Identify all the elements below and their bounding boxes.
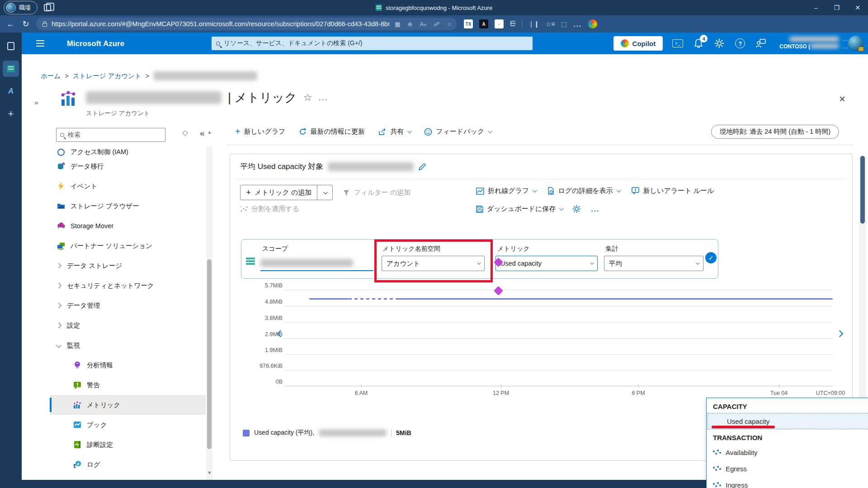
read-aloud-icon[interactable]: A» — [420, 21, 426, 28]
profile-sync-icon[interactable]: ☍ — [434, 21, 439, 28]
breadcrumb-resource-redacted[interactable] — [153, 71, 257, 80]
extension-tx-icon[interactable]: TX — [464, 19, 473, 28]
close-blade-button[interactable]: × — [839, 93, 845, 105]
sidebar-group-security-networking[interactable]: セキュリティとネットワーク — [50, 276, 206, 296]
azure-a-tab-icon[interactable]: A — [3, 83, 19, 99]
sidebar-item-partner-solutions[interactable]: パートナー ソリューション — [50, 236, 206, 256]
zoom-icon[interactable]: ⊕ — [408, 21, 413, 28]
sidebar-item-alerts[interactable]: 警告 — [50, 375, 206, 395]
sidebar-item-logs[interactable]: ログ — [50, 455, 206, 474]
sidebar-group-monitoring-classic[interactable]: 監視 (クラシック) — [50, 474, 206, 480]
sidebar-item-storage-browser[interactable]: ストレージ ブラウザー — [50, 196, 206, 216]
scope-value[interactable] — [260, 256, 373, 271]
sidebar-item-insights[interactable]: 分析情報 — [50, 355, 206, 375]
plot-area[interactable] — [284, 286, 833, 386]
account-info[interactable]: ... CONTOSO ( ... — [779, 37, 839, 50]
view-logs-button[interactable]: ログの詳細を表示 — [547, 187, 619, 195]
split-window-icon[interactable]: ❘❙ — [528, 20, 539, 28]
dropdown-item-availability[interactable]: Availability — [707, 444, 868, 460]
chart-settings-gear-icon[interactable] — [572, 205, 581, 213]
favorite-star-button[interactable]: ☆ — [303, 92, 312, 103]
menu-scroll-up[interactable]: ▲ — [207, 129, 212, 135]
sidebar-item-storage-mover[interactable]: Storage Mover — [50, 216, 206, 236]
new-chart-button[interactable]: +新しいグラフ — [235, 127, 285, 137]
close-button[interactable]: ✕ — [847, 0, 868, 15]
sidebar-item-diagnostic-settings[interactable]: 診断設定 — [50, 435, 206, 455]
address-bar[interactable]: https://portal.azure.com/#@MngEnvMCAP073… — [36, 18, 457, 30]
add-metric-dropdown-arrow[interactable] — [317, 185, 332, 200]
active-tab-storage-icon[interactable] — [3, 61, 19, 77]
sidebar-group-settings[interactable]: 設定 — [50, 315, 206, 335]
extension-a-icon[interactable]: A — [479, 19, 488, 28]
menu-search-input[interactable]: 検索 — [56, 128, 165, 142]
refresh-button-blade[interactable]: 最新の情報に更新 — [299, 127, 365, 136]
extension-jump-icon[interactable]: ▫ — [495, 19, 504, 28]
edge-copilot-icon[interactable] — [588, 19, 597, 28]
settings-gear-icon[interactable] — [713, 38, 725, 49]
favorites-bar-icon[interactable]: ☆≡ — [546, 20, 555, 28]
chart-scroll-right-icon[interactable] — [836, 330, 844, 338]
metrics-chart[interactable]: 5.7MiB 4.8MiB 3.8MiB 2.9MiB 1.9MiB 976.6… — [230, 286, 845, 399]
capture-icon[interactable]: ⬚ — [561, 20, 567, 28]
extension-braces-icon[interactable]: ᙦ — [510, 20, 515, 28]
sidebar-group-monitoring[interactable]: 監視 — [50, 335, 206, 355]
more-menu-icon[interactable]: ... — [574, 20, 582, 28]
breadcrumb-storage-accounts[interactable]: ストレージ アカウント — [73, 72, 142, 80]
hamburger-menu-icon[interactable] — [36, 43, 44, 44]
metric-dropdown[interactable]: Used capacity — [495, 256, 598, 271]
sidebar-item-access-control[interactable]: アクセス制御 (IAM) — [50, 146, 206, 156]
menu-scrollbar-thumb[interactable] — [207, 259, 212, 449]
feedback-button[interactable]: フィードバック — [424, 127, 491, 136]
menu-pin-icon[interactable] — [182, 130, 188, 136]
menu-scrollbar[interactable] — [206, 146, 212, 480]
aggregation-dropdown[interactable]: 平均 — [604, 256, 703, 271]
notifications-bell-icon[interactable]: 4 — [693, 38, 704, 49]
vertical-tabs-icon[interactable] — [44, 4, 51, 11]
tenant-more-dots[interactable]: ... — [842, 43, 848, 50]
minimize-button[interactable]: – — [806, 0, 826, 15]
copilot-button[interactable]: Copilot — [613, 36, 663, 51]
tab-preview-icon[interactable] — [3, 38, 19, 54]
save-disk-icon — [476, 206, 483, 213]
add-metric-split-button[interactable]: +メトリック の追加 — [240, 185, 333, 200]
sidebar-item-workbooks[interactable]: ブック — [50, 415, 206, 435]
sidebar-item-metrics[interactable]: メトリック — [50, 395, 206, 415]
dropdown-item-ingress[interactable]: Ingress — [707, 477, 868, 488]
account-more-dots[interactable]: ... — [842, 36, 848, 42]
page-scrollbar-thumb[interactable] — [860, 156, 865, 224]
back-button[interactable]: ← — [3, 19, 18, 29]
feedback-person-icon[interactable] — [755, 38, 767, 49]
azure-brand[interactable]: Microsoft Azure — [67, 39, 124, 48]
user-avatar[interactable] — [848, 36, 863, 51]
new-alert-rule-button[interactable]: 新しいアラート ルール — [632, 187, 714, 195]
help-icon[interactable]: ? — [734, 38, 746, 49]
favorite-star-icon[interactable]: ☆ — [447, 21, 452, 28]
global-search-input[interactable]: リソース、サービス、ドキュメントの検索 (G+/) — [212, 37, 533, 50]
menu-scroll-down[interactable]: ▼ — [207, 470, 212, 475]
panel-expander[interactable]: » — [34, 99, 37, 106]
split-screen-icon[interactable]: ▦ — [395, 21, 400, 28]
sidebar-group-data-management[interactable]: データ管理 — [50, 296, 206, 315]
sidebar-item-events[interactable]: イベント — [50, 176, 206, 196]
new-tab-button[interactable]: + — [3, 106, 19, 122]
time-range-picker[interactable]: 現地時刻: 過去 24 時間 (自動 - 1 時間) — [711, 125, 839, 139]
share-button[interactable]: 共有 — [378, 127, 410, 136]
menu-collapse-button[interactable]: « — [200, 128, 205, 138]
sidebar-group-data-storage[interactable]: データ ストレージ — [50, 256, 206, 276]
dropdown-item-egress[interactable]: Egress — [707, 460, 868, 477]
chart-type-button[interactable]: 折れ線グラフ — [476, 187, 536, 195]
edit-pencil-icon[interactable] — [418, 163, 426, 171]
chart-legend[interactable]: Used capacity (平均), 5MiB — [243, 429, 411, 437]
restore-button[interactable]: ❐ — [826, 0, 847, 15]
breadcrumb-home[interactable]: ホーム — [41, 72, 61, 80]
namespace-dropdown[interactable]: アカウント — [382, 256, 485, 271]
page-more-button[interactable]: ... — [318, 93, 328, 103]
save-to-dashboard-button[interactable]: ダッシュボードに保存 — [476, 205, 562, 213]
active-tab[interactable]: storagegbfocqunwodng - Microsoft Azure — [376, 5, 492, 11]
sidebar-item-data-migration[interactable]: データ移行 — [50, 156, 206, 176]
dropdown-item-used-capacity[interactable]: Used capacity — [708, 413, 868, 429]
refresh-button[interactable]: ↻ — [18, 19, 33, 29]
toolbar-more-button[interactable]: ... — [591, 205, 599, 213]
workspace-pill[interactable]: 職場 — [4, 1, 38, 14]
cloud-shell-icon[interactable]: >_ — [672, 38, 684, 49]
